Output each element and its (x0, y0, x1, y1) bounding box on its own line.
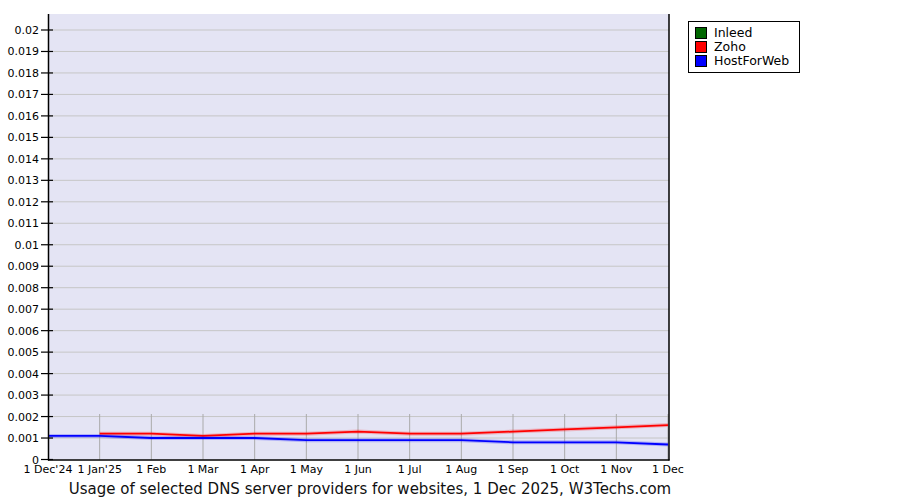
y-axis-tick-label: 0.013 (8, 174, 40, 187)
y-axis-tick-label: 0.012 (8, 196, 40, 209)
y-axis-tick-label: 0.02 (15, 24, 40, 37)
plot-background (48, 14, 669, 460)
x-axis-tick-label: 1 Nov (600, 463, 632, 476)
y-axis-tick-label: 0.01 (15, 239, 40, 252)
y-axis-tick-label: 0.005 (8, 346, 40, 359)
y-axis-tick-label: 0.017 (8, 88, 40, 101)
y-axis-tick-label: 0.001 (8, 432, 40, 445)
y-axis-tick-label: 0.015 (8, 131, 40, 144)
plot-area: 00.0010.0020.0030.0040.0050.0060.0070.00… (0, 0, 900, 500)
x-axis-tick-label: 1 Dec (652, 463, 684, 476)
legend-label: Zoho (714, 40, 746, 54)
y-axis-tick-label: 0.006 (8, 325, 40, 338)
usage-chart: 00.0010.0020.0030.0040.0050.0060.0070.00… (0, 0, 900, 500)
x-axis-tick-label: 1 Apr (240, 463, 270, 476)
legend-swatch-zoho (695, 41, 707, 53)
y-axis-tick-label: 0.008 (8, 282, 40, 295)
y-axis-tick-label: 0.011 (8, 217, 40, 230)
x-axis-tick-label: 1 Jul (398, 463, 422, 476)
legend-item-zoho: Zoho (695, 40, 789, 54)
legend-label: HostForWeb (714, 54, 789, 68)
x-axis-tick-label: 1 Aug (445, 463, 477, 476)
y-axis-tick-label: 0.007 (8, 303, 40, 316)
y-axis-tick-label: 0.002 (8, 411, 40, 424)
y-axis-tick-label: 0.004 (8, 368, 40, 381)
legend-swatch-inleed (695, 27, 707, 39)
y-axis-tick-label: 0.016 (8, 110, 40, 123)
chart-title: Usage of selected DNS server providers f… (69, 480, 671, 498)
y-axis-tick-label: 0.018 (8, 67, 40, 80)
x-axis-tick-label: 1 Dec'24 (24, 463, 73, 476)
y-axis-tick-label: 0.019 (8, 45, 40, 58)
legend-item-hostforweb: HostForWeb (695, 54, 789, 68)
x-axis-tick-label: 1 May (290, 463, 324, 476)
x-axis-tick-label: 1 Oct (550, 463, 580, 476)
legend-swatch-hostforweb (695, 55, 707, 67)
y-axis-tick-label: 0.014 (8, 153, 40, 166)
x-axis-tick-label: 1 Jan'25 (77, 463, 121, 476)
legend-item-inleed: Inleed (695, 26, 789, 40)
x-axis-tick-label: 1 Feb (136, 463, 166, 476)
x-axis-tick-label: 1 Mar (187, 463, 219, 476)
y-axis-tick-label: 0.009 (8, 260, 40, 273)
x-axis-tick-label: 1 Jun (344, 463, 372, 476)
legend: InleedZohoHostForWeb (688, 21, 800, 73)
legend-label: Inleed (714, 26, 752, 40)
x-axis-tick-label: 1 Sep (497, 463, 528, 476)
y-axis-tick-label: 0.003 (8, 389, 40, 402)
